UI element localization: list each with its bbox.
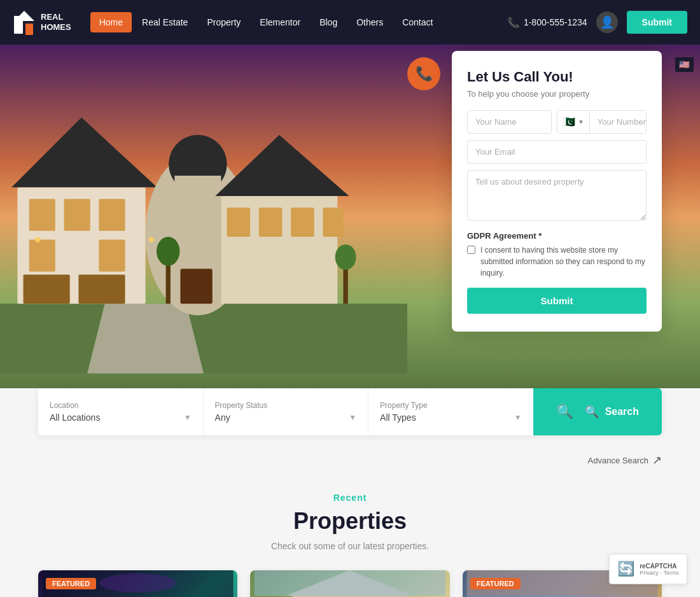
recent-section: Recent Properties Check out some of our … bbox=[0, 467, 700, 597]
house-illustration bbox=[0, 45, 407, 388]
svg-marker-4 bbox=[87, 304, 204, 374]
svg-rect-12 bbox=[24, 274, 70, 304]
card2-illustration bbox=[250, 570, 449, 597]
recaptcha-box: 🔄 reCAPTCHA Privacy - Terms bbox=[609, 554, 687, 584]
svg-rect-8 bbox=[64, 199, 90, 231]
nav-elementor[interactable]: Elementor bbox=[251, 12, 309, 32]
location-arrow-icon: ▼ bbox=[184, 413, 192, 422]
svg-point-27 bbox=[335, 244, 356, 270]
nav-links: Home Real Estate Property Elementor Blog… bbox=[90, 12, 507, 32]
svg-rect-23 bbox=[180, 269, 212, 304]
card-image-2 bbox=[250, 570, 449, 597]
recent-title: Properties bbox=[38, 508, 662, 535]
svg-rect-13 bbox=[78, 274, 125, 304]
phone-number: 1-800-555-1234 bbox=[524, 17, 587, 27]
type-select[interactable]: All Types ▼ bbox=[380, 412, 522, 423]
svg-rect-9 bbox=[99, 199, 125, 231]
phone-input[interactable] bbox=[590, 111, 647, 133]
search-button[interactable]: 🔍 🔍 Search bbox=[533, 388, 662, 435]
recaptcha-text: reCAPTCHA Privacy - Terms bbox=[640, 563, 679, 576]
svg-rect-19 bbox=[227, 207, 251, 237]
flag-emoji: 🇵🇰 bbox=[563, 116, 575, 128]
contact-form-panel: Let Us Call You! To help you choose your… bbox=[452, 51, 662, 332]
gdpr-title: GDPR Agreement * bbox=[467, 231, 647, 241]
search-icon: 🔍 bbox=[585, 405, 599, 419]
location-label: Location bbox=[50, 401, 192, 410]
svg-rect-20 bbox=[259, 207, 283, 237]
gdpr-row: I consent to having this website store m… bbox=[467, 244, 647, 279]
svg-rect-11 bbox=[99, 240, 125, 272]
status-arrow-icon: ▼ bbox=[349, 413, 356, 422]
logo-text: REAL HOMES bbox=[41, 12, 71, 32]
location-field[interactable]: Location All Locations ▼ bbox=[38, 388, 204, 435]
recent-label: Recent bbox=[38, 493, 662, 503]
nav-contact[interactable]: Contact bbox=[393, 12, 442, 32]
property-card[interactable]: Featured bbox=[38, 570, 237, 597]
svg-rect-53 bbox=[255, 570, 445, 596]
location-select[interactable]: All Locations ▼ bbox=[50, 412, 192, 423]
svg-point-28 bbox=[35, 237, 41, 242]
svg-point-41 bbox=[100, 573, 176, 593]
type-label: Property Type bbox=[380, 401, 522, 410]
properties-grid: Featured bbox=[38, 570, 662, 597]
status-field[interactable]: Property Status Any ▼ bbox=[204, 388, 369, 435]
email-input[interactable] bbox=[467, 140, 647, 164]
type-arrow-icon: ▼ bbox=[514, 413, 522, 422]
gdpr-checkbox[interactable] bbox=[467, 246, 475, 254]
hero-section: 🇺🇸 📞 Let Us Call You! To help you choose… bbox=[0, 45, 700, 388]
logo-icon bbox=[13, 10, 36, 35]
nav-realestate[interactable]: Real Estate bbox=[133, 12, 197, 32]
svg-marker-6 bbox=[11, 118, 157, 188]
form-title: Let Us Call You! bbox=[467, 69, 647, 85]
nav-property[interactable]: Property bbox=[198, 12, 249, 32]
svg-rect-22 bbox=[323, 207, 343, 237]
property-textarea[interactable] bbox=[467, 170, 647, 221]
card-image: Featured bbox=[38, 570, 237, 597]
recent-subtitle: Check out some of our latest properties. bbox=[38, 541, 662, 551]
search-decorative-icon: 🔍 bbox=[556, 404, 573, 420]
advance-search-link[interactable]: Advance Search bbox=[588, 456, 648, 465]
language-button[interactable]: 🇺🇸 bbox=[675, 57, 694, 72]
status-label: Property Status bbox=[215, 401, 357, 410]
nav-submit-button[interactable]: Submit bbox=[627, 11, 687, 34]
svg-marker-18 bbox=[215, 135, 349, 196]
logo[interactable]: REAL HOMES bbox=[13, 10, 71, 35]
form-submit-button[interactable]: Submit bbox=[467, 288, 647, 314]
phone-icon: 📞 bbox=[507, 17, 520, 29]
name-phone-row: 🇵🇰 ▼ bbox=[467, 110, 647, 134]
phone-area: 📞 1-800-555-1234 bbox=[507, 17, 587, 29]
form-subtitle: To help you choose your property bbox=[467, 89, 647, 99]
type-value: All Types bbox=[380, 412, 416, 423]
nav-right: 📞 1-800-555-1234 👤 Submit bbox=[507, 11, 687, 34]
svg-rect-2 bbox=[25, 24, 33, 35]
property-row bbox=[467, 170, 647, 223]
status-select[interactable]: Any ▼ bbox=[215, 412, 357, 423]
location-value: All Locations bbox=[50, 412, 100, 423]
featured-badge-1: Featured bbox=[46, 578, 96, 589]
search-section: Location All Locations ▼ Property Status… bbox=[0, 388, 700, 467]
name-input[interactable] bbox=[467, 110, 552, 134]
svg-point-29 bbox=[148, 237, 154, 242]
navbar: REAL HOMES Home Real Estate Property Ele… bbox=[0, 0, 700, 45]
type-field[interactable]: Property Type All Types ▼ bbox=[368, 388, 533, 435]
svg-rect-21 bbox=[291, 207, 314, 237]
featured-badge-3: Featured bbox=[470, 578, 521, 589]
nav-blog[interactable]: Blog bbox=[311, 12, 346, 32]
svg-rect-7 bbox=[29, 199, 55, 231]
flag-dropdown-icon: ▼ bbox=[578, 118, 584, 125]
search-label: Search bbox=[605, 406, 639, 418]
gdpr-text: I consent to having this website store m… bbox=[480, 244, 647, 279]
nav-home[interactable]: Home bbox=[90, 12, 132, 32]
nav-others[interactable]: Others bbox=[347, 12, 392, 32]
svg-rect-10 bbox=[29, 240, 55, 272]
call-widget[interactable]: 📞 bbox=[407, 57, 440, 90]
property-card-2[interactable] bbox=[250, 570, 449, 597]
search-bar: Location All Locations ▼ Property Status… bbox=[38, 388, 662, 435]
recaptcha-icon: 🔄 bbox=[617, 561, 634, 577]
advance-search-row: Advance Search ↗ bbox=[0, 448, 700, 467]
call-icon: 📞 bbox=[416, 66, 433, 82]
advance-arrow-icon: ↗ bbox=[652, 453, 662, 467]
user-icon[interactable]: 👤 bbox=[596, 11, 618, 33]
flag-select[interactable]: 🇵🇰 ▼ bbox=[557, 111, 590, 133]
status-value: Any bbox=[215, 412, 230, 423]
